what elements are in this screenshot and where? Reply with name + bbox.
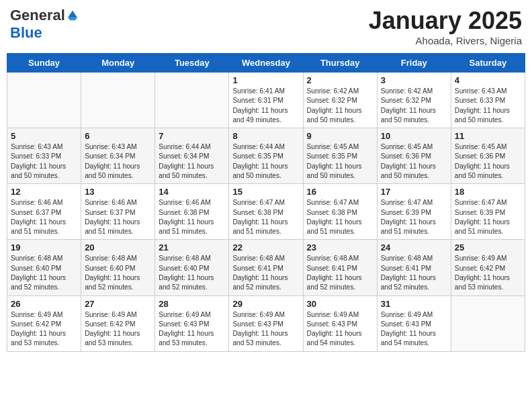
calendar-cell: 14Sunrise: 6:46 AM Sunset: 6:38 PM Dayli… <box>155 184 229 240</box>
day-info: Sunrise: 6:48 AM Sunset: 6:40 PM Dayligh… <box>11 254 77 292</box>
day-info: Sunrise: 6:45 AM Sunset: 6:36 PM Dayligh… <box>381 142 447 181</box>
title-block: January 2025 Ahoada, Rivers, Nigeria <box>369 7 522 46</box>
day-info: Sunrise: 6:49 AM Sunset: 6:43 PM Dayligh… <box>381 310 447 349</box>
day-number: 26 <box>11 299 77 309</box>
day-info: Sunrise: 6:46 AM Sunset: 6:38 PM Dayligh… <box>159 198 225 236</box>
day-number: 31 <box>381 299 447 309</box>
calendar-cell <box>451 295 525 351</box>
day-number: 9 <box>307 131 373 141</box>
calendar-cell: 18Sunrise: 6:47 AM Sunset: 6:39 PM Dayli… <box>451 184 525 240</box>
calendar-cell <box>155 73 229 128</box>
logo-general-text: General <box>10 7 65 24</box>
day-number: 2 <box>307 75 373 85</box>
day-info: Sunrise: 6:48 AM Sunset: 6:41 PM Dayligh… <box>232 254 299 292</box>
header-tuesday: Tuesday <box>155 54 229 73</box>
day-number: 25 <box>455 242 521 253</box>
day-info: Sunrise: 6:49 AM Sunset: 6:43 PM Dayligh… <box>232 310 299 349</box>
day-info: Sunrise: 6:46 AM Sunset: 6:37 PM Dayligh… <box>11 198 77 236</box>
day-info: Sunrise: 6:45 AM Sunset: 6:35 PM Dayligh… <box>307 142 373 181</box>
calendar-cell: 21Sunrise: 6:48 AM Sunset: 6:40 PM Dayli… <box>155 240 229 295</box>
day-number: 1 <box>232 75 299 85</box>
day-info: Sunrise: 6:47 AM Sunset: 6:38 PM Dayligh… <box>232 198 299 236</box>
calendar-table: Sunday Monday Tuesday Wednesday Thursday… <box>7 53 525 352</box>
day-info: Sunrise: 6:42 AM Sunset: 6:32 PM Dayligh… <box>307 87 373 125</box>
header-wednesday: Wednesday <box>229 54 303 73</box>
calendar-cell: 13Sunrise: 6:46 AM Sunset: 6:37 PM Dayli… <box>81 184 155 240</box>
calendar-cell: 17Sunrise: 6:47 AM Sunset: 6:39 PM Dayli… <box>377 184 451 240</box>
calendar-cell: 4Sunrise: 6:43 AM Sunset: 6:33 PM Daylig… <box>451 73 525 128</box>
day-number: 6 <box>85 131 151 141</box>
day-info: Sunrise: 6:49 AM Sunset: 6:42 PM Dayligh… <box>455 254 521 292</box>
calendar-cell: 25Sunrise: 6:49 AM Sunset: 6:42 PM Dayli… <box>451 240 525 295</box>
calendar-cell: 15Sunrise: 6:47 AM Sunset: 6:38 PM Dayli… <box>229 184 303 240</box>
calendar-cell: 9Sunrise: 6:45 AM Sunset: 6:35 PM Daylig… <box>303 128 377 184</box>
day-number: 22 <box>232 242 299 253</box>
calendar-cell: 22Sunrise: 6:48 AM Sunset: 6:41 PM Dayli… <box>229 240 303 295</box>
day-info: Sunrise: 6:49 AM Sunset: 6:43 PM Dayligh… <box>159 310 225 349</box>
logo: General Blue <box>10 7 79 42</box>
calendar-cell: 2Sunrise: 6:42 AM Sunset: 6:32 PM Daylig… <box>303 73 377 128</box>
day-info: Sunrise: 6:47 AM Sunset: 6:39 PM Dayligh… <box>455 198 521 236</box>
day-number: 10 <box>381 131 447 141</box>
calendar-location: Ahoada, Rivers, Nigeria <box>369 35 522 46</box>
header-thursday: Thursday <box>303 54 377 73</box>
day-number: 16 <box>307 187 373 197</box>
calendar-week-2: 12Sunrise: 6:46 AM Sunset: 6:37 PM Dayli… <box>7 184 525 240</box>
day-info: Sunrise: 6:46 AM Sunset: 6:37 PM Dayligh… <box>85 198 151 236</box>
calendar-cell: 3Sunrise: 6:42 AM Sunset: 6:32 PM Daylig… <box>377 73 451 128</box>
calendar-cell <box>7 73 81 128</box>
day-number: 11 <box>455 131 521 141</box>
day-info: Sunrise: 6:48 AM Sunset: 6:41 PM Dayligh… <box>307 254 373 292</box>
header-saturday: Saturday <box>451 54 525 73</box>
day-number: 23 <box>307 242 373 253</box>
day-number: 28 <box>159 299 225 309</box>
calendar-cell: 27Sunrise: 6:49 AM Sunset: 6:42 PM Dayli… <box>81 295 155 351</box>
calendar-cell: 23Sunrise: 6:48 AM Sunset: 6:41 PM Dayli… <box>303 240 377 295</box>
day-info: Sunrise: 6:48 AM Sunset: 6:40 PM Dayligh… <box>85 254 151 292</box>
day-info: Sunrise: 6:43 AM Sunset: 6:34 PM Dayligh… <box>85 142 151 181</box>
day-number: 8 <box>232 131 299 141</box>
day-number: 30 <box>307 299 373 309</box>
day-number: 15 <box>232 187 299 197</box>
day-number: 29 <box>232 299 299 309</box>
calendar-cell: 5Sunrise: 6:43 AM Sunset: 6:33 PM Daylig… <box>7 128 81 184</box>
day-number: 14 <box>159 187 225 197</box>
day-info: Sunrise: 6:41 AM Sunset: 6:31 PM Dayligh… <box>232 87 299 125</box>
calendar-cell: 1Sunrise: 6:41 AM Sunset: 6:31 PM Daylig… <box>229 73 303 128</box>
calendar-week-0: 1Sunrise: 6:41 AM Sunset: 6:31 PM Daylig… <box>7 73 525 128</box>
calendar-week-4: 26Sunrise: 6:49 AM Sunset: 6:42 PM Dayli… <box>7 295 525 351</box>
days-header-row: Sunday Monday Tuesday Wednesday Thursday… <box>7 54 525 73</box>
svg-marker-0 <box>68 11 77 18</box>
day-info: Sunrise: 6:49 AM Sunset: 6:43 PM Dayligh… <box>307 310 373 349</box>
calendar-cell: 28Sunrise: 6:49 AM Sunset: 6:43 PM Dayli… <box>155 295 229 351</box>
calendar-cell: 29Sunrise: 6:49 AM Sunset: 6:43 PM Dayli… <box>229 295 303 351</box>
day-number: 12 <box>11 187 77 197</box>
day-number: 19 <box>11 242 77 253</box>
day-number: 13 <box>85 187 151 197</box>
calendar-week-3: 19Sunrise: 6:48 AM Sunset: 6:40 PM Dayli… <box>7 240 525 295</box>
header-monday: Monday <box>81 54 155 73</box>
calendar-cell: 10Sunrise: 6:45 AM Sunset: 6:36 PM Dayli… <box>377 128 451 184</box>
day-number: 4 <box>455 75 521 85</box>
page-header: General Blue January 2025 Ahoada, Rivers… <box>7 7 525 46</box>
day-info: Sunrise: 6:43 AM Sunset: 6:33 PM Dayligh… <box>11 142 77 181</box>
day-info: Sunrise: 6:44 AM Sunset: 6:35 PM Dayligh… <box>232 142 299 181</box>
header-sunday: Sunday <box>7 54 81 73</box>
day-number: 17 <box>381 187 447 197</box>
calendar-cell: 31Sunrise: 6:49 AM Sunset: 6:43 PM Dayli… <box>377 295 451 351</box>
calendar-cell: 19Sunrise: 6:48 AM Sunset: 6:40 PM Dayli… <box>7 240 81 295</box>
day-number: 21 <box>159 242 225 253</box>
logo-icon <box>66 9 79 21</box>
calendar-cell <box>81 73 155 128</box>
day-number: 5 <box>11 131 77 141</box>
calendar-cell: 20Sunrise: 6:48 AM Sunset: 6:40 PM Dayli… <box>81 240 155 295</box>
calendar-cell: 26Sunrise: 6:49 AM Sunset: 6:42 PM Dayli… <box>7 295 81 351</box>
calendar-title: January 2025 <box>369 7 522 35</box>
day-info: Sunrise: 6:43 AM Sunset: 6:33 PM Dayligh… <box>455 87 521 125</box>
calendar-cell: 12Sunrise: 6:46 AM Sunset: 6:37 PM Dayli… <box>7 184 81 240</box>
day-number: 3 <box>381 75 447 85</box>
day-number: 7 <box>159 131 225 141</box>
day-info: Sunrise: 6:48 AM Sunset: 6:41 PM Dayligh… <box>381 254 447 292</box>
calendar-cell: 6Sunrise: 6:43 AM Sunset: 6:34 PM Daylig… <box>81 128 155 184</box>
calendar-cell: 16Sunrise: 6:47 AM Sunset: 6:38 PM Dayli… <box>303 184 377 240</box>
